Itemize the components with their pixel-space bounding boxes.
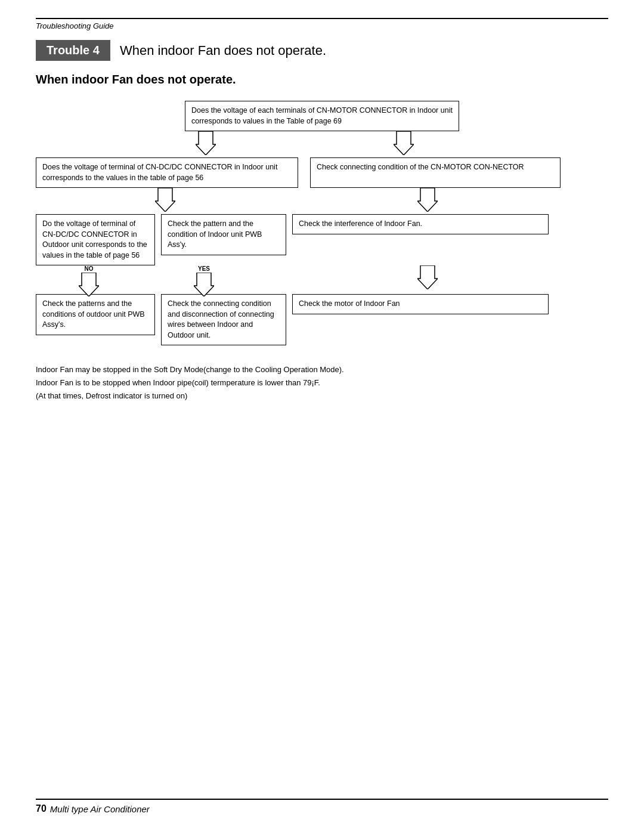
- box2-right: Check connecting condition of the CN-MOT…: [310, 157, 561, 188]
- section-heading: When indoor Fan does not operate.: [36, 73, 608, 86]
- arrow-no: [79, 273, 99, 296]
- box4-left: Check the patterns and the conditions of…: [36, 294, 155, 335]
- arrow-yes: [194, 273, 214, 296]
- arrow-row3-right: [417, 265, 438, 289]
- note-line3: (At that times, Defrost indicator is tur…: [36, 389, 608, 403]
- box3-mid: Check the pattern and the condition of I…: [161, 214, 286, 255]
- footer-text: Multi type Air Conditioner: [50, 804, 150, 814]
- box4-mid: Check the connecting condition and disco…: [161, 294, 286, 345]
- svg-marker-6: [417, 265, 438, 289]
- box3-left: Do the voltage of terminal of CN-DC/DC C…: [36, 214, 155, 265]
- note-line1: Indoor Fan may be stopped in the Soft Dr…: [36, 363, 608, 376]
- svg-marker-1: [394, 131, 414, 155]
- svg-marker-4: [79, 273, 99, 296]
- flowchart: Does the voltage of each terminals of CN…: [36, 101, 608, 345]
- guide-title: Troubleshooting Guide: [36, 21, 608, 30]
- label-no: NO: [85, 265, 94, 272]
- footer: 70 Multi type Air Conditioner: [36, 799, 608, 814]
- svg-marker-2: [155, 188, 175, 212]
- svg-marker-0: [196, 131, 216, 155]
- svg-marker-3: [417, 188, 438, 212]
- arrow-down-right: [394, 131, 414, 155]
- notes: Indoor Fan may be stopped in the Soft Dr…: [36, 363, 608, 403]
- box2-left: Does the voltage of terminal of CN-DC/DC…: [36, 157, 298, 188]
- trouble-heading: When indoor Fan does not operate.: [120, 43, 326, 58]
- footer-number: 70: [36, 803, 47, 814]
- trouble-bar: Trouble 4 When indoor Fan does not opera…: [36, 40, 608, 61]
- page: Troubleshooting Guide Trouble 4 When ind…: [0, 0, 644, 838]
- arrow-row2-right: [417, 188, 438, 212]
- label-yes: YES: [198, 265, 210, 272]
- svg-marker-5: [194, 273, 214, 296]
- note-line2: Indoor Fan is to be stopped when Indoor …: [36, 376, 608, 389]
- box4-right: Check the motor of Indoor Fan: [292, 294, 549, 314]
- header-line: Troubleshooting Guide: [36, 18, 608, 30]
- trouble-badge: Trouble 4: [36, 40, 110, 61]
- box3-right: Check the interference of Indoor Fan.: [292, 214, 549, 234]
- box1: Does the voltage of each terminals of CN…: [185, 101, 459, 131]
- arrow-down-left: [196, 131, 216, 155]
- arrow-row2-left: [155, 188, 175, 212]
